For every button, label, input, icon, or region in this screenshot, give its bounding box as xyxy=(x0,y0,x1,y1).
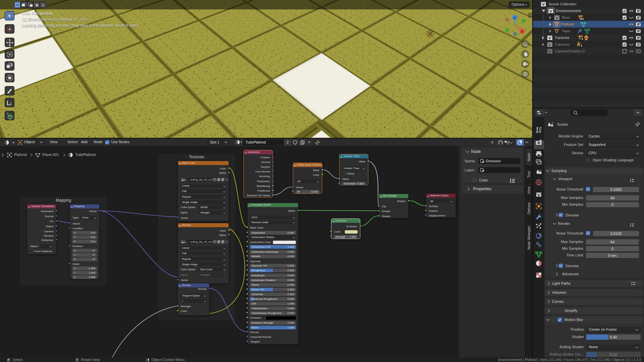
svg-text:3: 3 xyxy=(581,37,583,41)
svg-text:51: 51 xyxy=(581,17,584,21)
svg-text:Z: Z xyxy=(514,16,516,19)
svg-text:X: X xyxy=(521,30,523,33)
svg-text:Y: Y xyxy=(522,19,524,23)
svg-text:2: 2 xyxy=(581,44,582,47)
